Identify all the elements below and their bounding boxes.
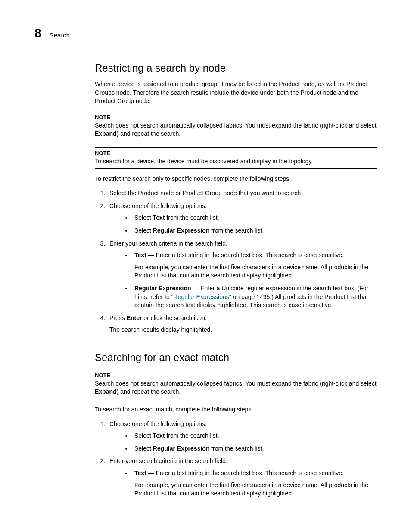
note-text: To search for a device, the device must … [95,157,377,166]
text: Select [134,445,153,452]
page-header: 8 Search [34,26,377,40]
text: from the search list. [165,214,219,221]
steps-list: Choose one of the following options: Sel… [95,420,377,498]
step-text: Select the Product node or Product Group… [109,190,302,196]
note-label: NOTE [95,114,377,121]
bullet-list: Text — Enter a text string in the search… [109,469,377,498]
content: Restricting a search by node When a devi… [95,62,377,498]
note-text: Search does not search automatically col… [95,380,377,396]
section-heading-exact-match: Searching for an exact match [95,352,377,364]
bold-expand: Expand [95,130,117,137]
sub-paragraph: For example, you can enter the first fiv… [134,481,377,498]
note-block: NOTE To search for a device, the device … [95,147,377,169]
step-text: Choose one of the following options: [109,420,207,427]
bold-text: Text [153,214,165,221]
note-label: NOTE [95,150,377,156]
bullet-item: Select Text from the search list. [132,432,377,440]
step: Enter your search criteria in the search… [107,240,377,310]
bold-text: Text [134,252,146,258]
step: Choose one of the following options: Sel… [107,202,377,235]
lead-paragraph: To restrict the search only to specific … [95,175,377,184]
lead-paragraph: To search for an exact match, complete t… [95,405,377,414]
bold-regex: Regular Expression [153,445,210,452]
bullet-item: Regular Expression — Enter a Unicode reg… [132,284,377,310]
bullet-item: Select Regular Expression from the searc… [132,227,377,235]
step: Press Enter or click the search icon. Th… [107,314,377,334]
bold-text: Text [153,432,165,439]
bullet-item: Text — Enter a text string in the search… [132,251,377,280]
bullet-item: Text — Enter a text string in the search… [132,469,377,498]
text: Select [134,214,153,221]
text: from the search list. [209,445,264,452]
chapter-number: 8 [34,26,42,40]
note-label: NOTE [95,372,377,379]
bold-text: Text [134,470,146,476]
note-block: NOTE Search does not search automaticall… [95,370,377,399]
bullet-item: Select Regular Expression from the searc… [132,445,377,453]
step: Select the Product node or Product Group… [107,189,377,198]
bullet-list: Select Text from the search list. Select… [109,214,377,235]
text: — Enter a text string in the search text… [146,252,344,258]
section-heading-restricting: Restricting a search by node [95,62,377,74]
text: ) and repeat the search. [117,130,181,137]
text: — Enter a text string in the search text… [146,470,344,476]
step-text: Enter your search criteria in the search… [109,457,227,464]
text: ) and repeat the search. [117,388,181,395]
step: Enter your search criteria in the search… [107,457,377,498]
bold-regex: Regular Expression [134,285,191,292]
sub-paragraph: The search results display highlighted. [109,326,377,334]
bold-regex: Regular Expression [153,227,210,234]
step: Choose one of the following options: Sel… [107,420,377,453]
bullet-list: Select Text from the search list. Select… [109,432,377,453]
text: Search does not search automatically col… [95,122,377,129]
note-text: Search does not search automatically col… [95,121,377,138]
bold-expand: Expand [95,388,117,395]
text: from the search list. [209,227,264,234]
steps-list: Select the Product node or Product Group… [95,189,377,334]
intro-paragraph: When a device is assigned to a product g… [95,80,377,106]
text: Press [109,314,127,321]
text: Search does not search automatically col… [95,380,377,387]
step-text: Enter your search criteria in the search… [109,240,227,247]
step-text: Choose one of the following options: [109,202,207,209]
sub-paragraph: For example, you can enter the first fiv… [134,263,377,280]
bullet-list: Text — Enter a text string in the search… [109,251,377,310]
text: Select [134,227,153,234]
text: Select [134,432,153,439]
text: from the search list. [165,432,219,439]
chapter-name: Search [50,31,70,39]
bullet-item: Select Text from the search list. [132,214,377,222]
page: 8 Search Restricting a search by node Wh… [0,0,411,530]
text: or click the search icon. [142,314,206,321]
bold-enter: Enter [127,314,142,321]
link-regular-expressions[interactable]: "Regular Expressions" [171,293,231,300]
note-block: NOTE Search does not search automaticall… [95,112,377,141]
